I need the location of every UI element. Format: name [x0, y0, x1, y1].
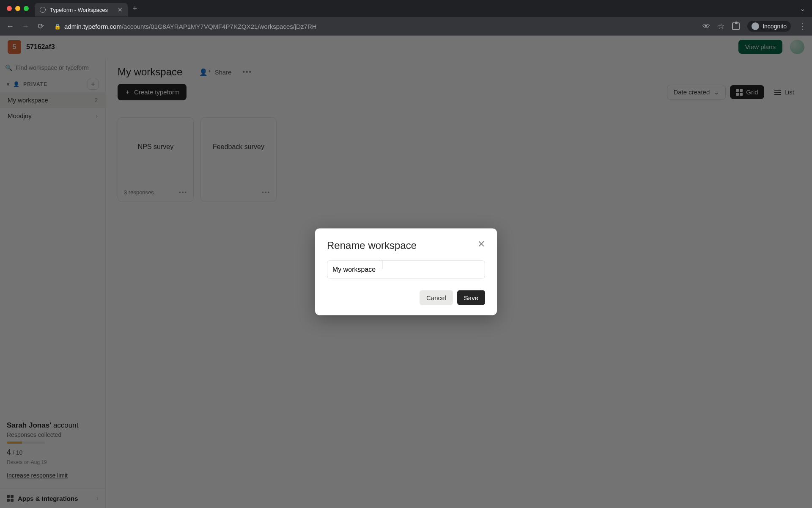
modal-close-icon[interactable]: ✕: [477, 240, 485, 249]
extensions-icon[interactable]: [732, 22, 740, 30]
cancel-button[interactable]: Cancel: [420, 290, 453, 305]
incognito-icon: [752, 22, 759, 30]
window-controls: [7, 6, 29, 11]
nav-reload-button[interactable]: ⟳: [36, 22, 46, 31]
modal-title: Rename workspace: [327, 240, 417, 251]
url-path: /accounts/01G8AYRAP1MY7VQMF4P7KZQX21/wor…: [122, 23, 317, 30]
window-zoom-icon[interactable]: [24, 6, 29, 11]
browser-menu-icon[interactable]: ⋮: [798, 22, 807, 31]
nav-forward-button[interactable]: →: [20, 22, 30, 31]
browser-toolbar: ← → ⟳ 🔒 admin.typeform.com/accounts/01G8…: [0, 17, 812, 36]
bookmark-icon[interactable]: ☆: [718, 22, 724, 31]
tracking-off-icon[interactable]: 👁︎: [702, 22, 710, 31]
incognito-badge[interactable]: Incognito: [747, 21, 791, 32]
save-button[interactable]: Save: [457, 290, 485, 305]
incognito-label: Incognito: [763, 23, 787, 30]
nav-back-button[interactable]: ←: [5, 22, 15, 31]
workspace-name-input[interactable]: [327, 261, 485, 279]
lock-icon: 🔒: [54, 23, 61, 30]
browser-tabstrip: Typeform - Workspaces ✕ + ⌄: [0, 0, 812, 17]
tab-favicon-icon: [40, 7, 46, 13]
window-close-icon[interactable]: [7, 6, 12, 11]
tabs-overflow-icon[interactable]: ⌄: [800, 5, 805, 13]
browser-tab[interactable]: Typeform - Workspaces ✕: [35, 3, 128, 17]
window-minimize-icon[interactable]: [15, 6, 20, 11]
rename-workspace-modal: Rename workspace ✕ Cancel Save: [315, 229, 497, 315]
tab-close-icon[interactable]: ✕: [118, 6, 123, 13]
new-tab-button[interactable]: +: [133, 4, 137, 13]
url-host: admin.typeform.com: [64, 23, 122, 30]
address-bar[interactable]: 🔒 admin.typeform.com/accounts/01G8AYRAP1…: [54, 23, 697, 30]
tab-title: Typeform - Workspaces: [50, 7, 113, 13]
